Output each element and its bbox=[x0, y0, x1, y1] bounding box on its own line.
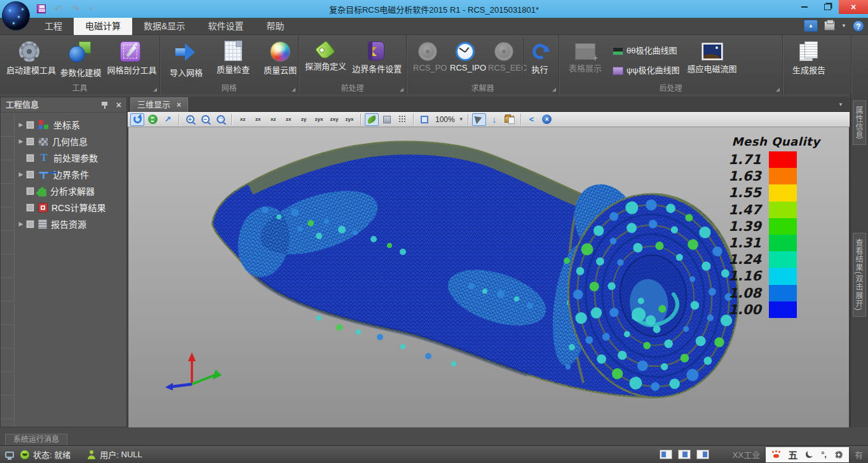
close-button[interactable]: × bbox=[839, 0, 868, 14]
dialog-launcher-icon[interactable] bbox=[400, 88, 403, 92]
view-preset-button[interactable]: zx bbox=[281, 113, 295, 126]
app-logo[interactable] bbox=[2, 1, 30, 31]
view-preset-button[interactable]: zy bbox=[297, 113, 311, 126]
shaded-mode-button[interactable] bbox=[365, 113, 379, 126]
boundary-icon bbox=[38, 169, 50, 179]
theta-polarization-curve-button[interactable]: θθ极化曲线图 bbox=[609, 43, 684, 57]
solver-rcs-po-button[interactable]: RCS_PO bbox=[409, 38, 446, 73]
restore-button[interactable] bbox=[816, 0, 839, 14]
layout-left-button[interactable] bbox=[660, 450, 672, 459]
solver-rcs-eec-button[interactable]: RCS_EEC bbox=[484, 38, 523, 73]
rotate-view-button[interactable] bbox=[130, 113, 144, 126]
zoom-window-button[interactable]: □ bbox=[214, 113, 227, 126]
help-icon[interactable]: ? bbox=[853, 20, 864, 32]
refresh-view-button[interactable] bbox=[146, 113, 159, 126]
project-panel-header: 工程信息 × bbox=[1, 97, 126, 113]
share-view-button[interactable]: < bbox=[525, 113, 539, 126]
checkbox[interactable] bbox=[26, 154, 34, 162]
panel-close-icon[interactable]: × bbox=[116, 97, 121, 113]
view-preset-button[interactable]: zyx bbox=[342, 113, 356, 126]
viewport-3d[interactable]: Mesh Quality 1.71 1.63 1.55 1.47 1.39 1.… bbox=[128, 127, 850, 427]
printer-dropdown-icon[interactable]: ▼ bbox=[841, 23, 846, 29]
start-modeling-tool-button[interactable]: 启动建模工具 bbox=[3, 38, 57, 76]
checkbox[interactable] bbox=[26, 187, 34, 195]
menu-tab-project[interactable]: 工程 bbox=[33, 18, 74, 35]
ime-punctuation-icon[interactable]: °, bbox=[821, 450, 827, 459]
expand-arrow-icon[interactable]: ▶ bbox=[16, 171, 26, 177]
checkbox[interactable] bbox=[26, 220, 34, 228]
execute-button[interactable]: 执行 bbox=[523, 38, 556, 75]
expand-arrow-icon[interactable]: ▶ bbox=[16, 121, 26, 128]
flat-mode-button[interactable] bbox=[380, 113, 394, 126]
zoom-scale-button[interactable] bbox=[417, 113, 431, 126]
tree-item-preprocess-params[interactable]: T 前处理参数 bbox=[16, 149, 125, 166]
expand-arrow-icon[interactable]: ▶ bbox=[16, 138, 26, 144]
ime-paw-icon[interactable] bbox=[772, 451, 780, 458]
zoom-in-button[interactable]: + bbox=[183, 113, 197, 126]
tree-item-analysis-solver[interactable]: 分析求解器 bbox=[16, 183, 125, 199]
parametric-modeling-button[interactable]: 参数化建模 bbox=[57, 38, 104, 78]
dialog-launcher-icon[interactable] bbox=[153, 88, 157, 92]
layout-center-button[interactable] bbox=[678, 450, 691, 459]
user-value: NULL bbox=[121, 450, 142, 459]
table-display-button[interactable]: 表格展示 bbox=[562, 38, 609, 74]
printer-icon[interactable] bbox=[824, 21, 835, 31]
drop-to-ground-button[interactable]: ↓ bbox=[487, 113, 501, 126]
quality-check-button[interactable]: 质量检查 bbox=[210, 38, 257, 75]
tab-close-icon[interactable]: × bbox=[177, 98, 181, 112]
checkbox[interactable] bbox=[26, 121, 34, 129]
menu-tab-help[interactable]: 帮助 bbox=[255, 18, 295, 35]
checkbox[interactable] bbox=[26, 204, 34, 212]
tree-item-coordinate-system[interactable]: ▶ 坐标系 bbox=[16, 116, 125, 133]
tab-list-dropdown-icon[interactable]: ▼ bbox=[838, 102, 843, 107]
minimize-button[interactable] bbox=[793, 0, 816, 14]
zoom-dropdown-icon[interactable]: ▼ bbox=[459, 116, 464, 122]
boundary-condition-button[interactable]: 边界条件设置 bbox=[348, 38, 403, 74]
view-preset-button[interactable]: xz bbox=[236, 113, 250, 126]
system-messages-tab[interactable]: 系统运行消息 bbox=[5, 434, 67, 445]
checkbox[interactable] bbox=[26, 170, 34, 179]
view-preset-button[interactable]: zyx bbox=[312, 113, 326, 126]
tree-item-geometry-info[interactable]: ▶ 几何信息 bbox=[16, 133, 125, 149]
menu-tab-data-display[interactable]: 数据&显示 bbox=[132, 18, 196, 35]
menu-tab-em-compute[interactable]: 电磁计算 bbox=[74, 18, 132, 35]
dialog-launcher-icon[interactable] bbox=[292, 88, 295, 92]
solver-rcs-ipo-button[interactable]: RCS_IPO bbox=[446, 38, 484, 73]
view-preset-button[interactable]: xz bbox=[266, 113, 280, 126]
layout-right-button[interactable] bbox=[696, 450, 709, 459]
import-mesh-button[interactable]: 导入网格 bbox=[163, 38, 210, 78]
mesh-partition-tool-button[interactable]: 网格剖分工具 bbox=[104, 38, 158, 76]
points-mode-button[interactable] bbox=[395, 113, 409, 126]
user-icon bbox=[87, 450, 96, 459]
close-view-button[interactable]: × bbox=[540, 113, 554, 126]
generate-report-button[interactable]: 生成报告 bbox=[785, 38, 832, 76]
probe-angle-button[interactable]: 探测角定义 bbox=[301, 38, 348, 72]
quality-contour-button[interactable]: 质量云图 bbox=[257, 38, 304, 76]
tree-item-rcs-results[interactable]: RCS计算结果 bbox=[16, 199, 125, 216]
tab-3d-display[interactable]: 三维显示 × bbox=[130, 97, 188, 112]
tree-item-boundary-conditions[interactable]: ▶ 边界条件 bbox=[16, 166, 125, 183]
ime-mode-label[interactable]: 五 bbox=[788, 448, 797, 461]
legend-swatch bbox=[769, 268, 797, 284]
induced-current-map-button[interactable]: 感应电磁流图 bbox=[684, 38, 741, 74]
checkbox[interactable] bbox=[26, 137, 34, 146]
side-tab-properties[interactable]: 属性信息 bbox=[853, 100, 866, 145]
collapse-ribbon-button[interactable]: ▲ bbox=[804, 20, 818, 32]
view-preset-button[interactable]: zx bbox=[251, 113, 265, 126]
expand-arrow-icon[interactable]: ▶ bbox=[16, 221, 26, 227]
ime-settings-icon[interactable] bbox=[835, 451, 843, 459]
menu-tab-settings[interactable]: 软件设置 bbox=[196, 18, 255, 35]
zoom-out-button[interactable]: − bbox=[198, 113, 212, 126]
ime-fullwidth-icon[interactable] bbox=[806, 451, 813, 458]
tree-item-report-resources[interactable]: ▶ 报告资源 bbox=[16, 216, 125, 232]
pin-icon[interactable] bbox=[102, 102, 107, 106]
view-preset-button[interactable]: zxy bbox=[327, 113, 341, 126]
perspective-button[interactable] bbox=[472, 113, 486, 126]
wrench-icon bbox=[120, 41, 140, 62]
psi-polarization-curve-button[interactable]: ψψ极化曲线图 bbox=[609, 62, 684, 77]
fit-view-button[interactable]: ↗ bbox=[161, 113, 175, 126]
side-tab-view-results[interactable]: 查看结果(双击展开) bbox=[853, 233, 866, 317]
dialog-launcher-icon[interactable] bbox=[552, 88, 556, 92]
scene-manager-button[interactable] bbox=[503, 113, 517, 126]
dialog-launcher-icon[interactable] bbox=[776, 88, 780, 92]
